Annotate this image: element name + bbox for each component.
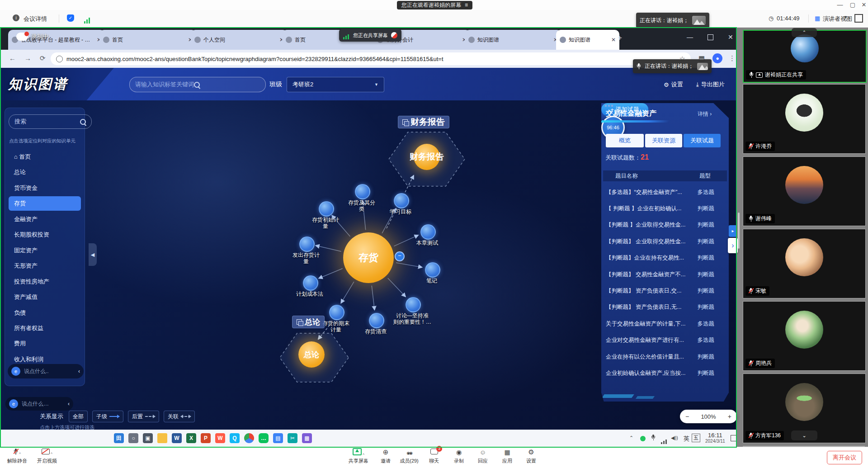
tray-clock[interactable]: 16:11 2024/3/11 bbox=[705, 432, 725, 444]
network-signal-icon[interactable] bbox=[84, 15, 91, 24]
taskbar-icon-search[interactable]: ○ bbox=[128, 433, 138, 443]
question-row[interactable]: 【多选题】“交易性金融资产”...多选题 bbox=[606, 184, 724, 200]
taskbar-icon-photos[interactable]: ▩ bbox=[302, 433, 312, 443]
browser-tab[interactable]: 知识图谱✕ bbox=[556, 30, 619, 50]
graph-node-center[interactable]: 存货 bbox=[343, 232, 394, 283]
taskbar-icon-chrome[interactable] bbox=[244, 433, 254, 443]
question-row[interactable]: 企业对交易性金融资产进行有...多选题 bbox=[606, 333, 724, 348]
panel-toggle-white[interactable]: › bbox=[728, 238, 738, 253]
taskbar-icon-files[interactable]: ▤ bbox=[273, 433, 283, 443]
sidebar-item-货币资金[interactable]: 货币资金 bbox=[14, 183, 82, 194]
sidebar-item-总论[interactable]: 总论 bbox=[14, 167, 82, 178]
settings-button[interactable]: ⚙设置 bbox=[664, 80, 683, 89]
question-row[interactable]: 【判断题】企业在持有交易性...判断题 bbox=[606, 251, 724, 266]
sidebar-item-金融资产[interactable]: 金融资产 bbox=[14, 214, 82, 225]
graph-node[interactable] bbox=[425, 262, 440, 278]
browser-tab[interactable]: 知识图谱✕ bbox=[465, 30, 561, 50]
control-设置[interactable]: ⚙设置 bbox=[517, 448, 546, 464]
chevron-left-icon[interactable]: ‹ bbox=[78, 368, 80, 374]
sidebar-item-所有者权益[interactable]: 所有者权益 bbox=[14, 323, 82, 334]
taskbar-icon-powerpoint[interactable]: P bbox=[201, 433, 211, 443]
tray-wechat-icon[interactable] bbox=[640, 436, 646, 441]
meeting-details-label[interactable]: 会议详情 bbox=[24, 15, 47, 23]
panel-tab-关联资源[interactable]: 关联资源 bbox=[645, 134, 682, 147]
relation-filter-关联[interactable]: 关联 bbox=[164, 411, 195, 422]
panel-toggle-blue[interactable]: ▸ bbox=[729, 225, 737, 237]
question-row[interactable]: 【判断题】 企业取得交易性金...判断题 bbox=[606, 234, 724, 249]
participant-tile[interactable]: 许漫乔 bbox=[743, 84, 866, 154]
sidebar-search-input[interactable]: 搜索 bbox=[9, 114, 92, 129]
tray-volume-icon[interactable]: ◀)) bbox=[671, 435, 678, 441]
class-select[interactable]: 考研班2 ▼ bbox=[287, 77, 384, 92]
question-row[interactable]: 【判断题 】企业取得交易性金...判断题 bbox=[606, 217, 724, 233]
kg-search-input[interactable]: 请输入知识标签关键词 bbox=[129, 77, 266, 92]
search-icon[interactable] bbox=[194, 82, 200, 88]
sidebar-item-固定资产[interactable]: 固定资产 bbox=[14, 245, 82, 256]
relation-filter-后置[interactable]: 后置 bbox=[128, 411, 159, 422]
search-icon[interactable] bbox=[80, 119, 86, 125]
tray-language[interactable]: 英 bbox=[684, 435, 689, 443]
url-input[interactable]: mooc2-ans.chaoxing.com/mooc2-ans/questio… bbox=[51, 52, 691, 65]
graph-node[interactable] bbox=[406, 297, 421, 312]
taskbar-icon-excel[interactable]: X bbox=[186, 433, 196, 443]
participant-tile[interactable]: 宋敏 bbox=[743, 229, 866, 298]
sidebar-item-负债[interactable]: 负债 bbox=[14, 307, 82, 318]
view-mode-selector[interactable]: 演讲者视图 bbox=[823, 15, 852, 23]
browser-tab[interactable]: 首页✕ bbox=[99, 30, 196, 50]
sidebar-item-投资性房地产[interactable]: 投资性房地产 bbox=[14, 276, 82, 287]
graph-node[interactable] bbox=[319, 201, 334, 217]
zoom-in-button[interactable]: + bbox=[728, 413, 731, 420]
minimize-button[interactable]: — bbox=[834, 0, 846, 10]
taskbar-icon-folder[interactable] bbox=[157, 433, 167, 443]
question-row[interactable]: 关于交易性金融资产的计量,下...多选题 bbox=[606, 316, 724, 331]
tray-expand-icon[interactable]: ⌃ bbox=[629, 435, 633, 441]
question-row[interactable]: 【判断题】 交易性金融资产不...判断题 bbox=[606, 267, 724, 282]
taskbar-icon-word[interactable]: W bbox=[172, 433, 182, 443]
info-icon[interactable]: i bbox=[13, 14, 19, 21]
tray-network-icon[interactable] bbox=[661, 436, 668, 444]
browser-tab[interactable]: 个人空间✕ bbox=[191, 30, 288, 50]
browser-restore-button[interactable] bbox=[708, 34, 713, 40]
tab-close-icon[interactable]: ✕ bbox=[611, 37, 616, 43]
sidebar-item-长期股权投资[interactable]: 长期股权投资 bbox=[14, 229, 82, 240]
browser-menu-icon[interactable]: ⋮ bbox=[729, 54, 736, 62]
question-row[interactable]: 企业初始确认金融资产,应当按...判断题 bbox=[606, 365, 724, 381]
graph-node[interactable] bbox=[299, 236, 315, 252]
back-icon[interactable]: ← bbox=[9, 54, 16, 62]
export-image-button[interactable]: ⤓导出图片 bbox=[696, 80, 725, 89]
graph-node-hex[interactable]: 总论 bbox=[298, 341, 325, 368]
graph-node[interactable] bbox=[329, 305, 344, 320]
taskbar-icon-windows[interactable]: 田 bbox=[114, 433, 124, 443]
reload-icon[interactable]: ⟳ bbox=[40, 54, 46, 62]
taskbar-icon-taskview[interactable]: ▣ bbox=[143, 433, 153, 443]
question-row[interactable]: 【 判断题 】企业在初始确认...判断题 bbox=[606, 201, 724, 216]
graph-node[interactable] bbox=[394, 193, 409, 208]
zoom-out-button[interactable]: − bbox=[685, 413, 689, 420]
graph-hex-badge[interactable]: 财务报告 bbox=[398, 116, 449, 128]
chevron-left-icon[interactable]: ‹ bbox=[68, 401, 70, 407]
new-tab-button[interactable]: + bbox=[618, 33, 622, 43]
chevron-down-icon[interactable]: ▼ bbox=[844, 15, 848, 19]
forward-icon[interactable]: → bbox=[24, 54, 31, 62]
sidebar-item-收入和利润[interactable]: 收入和利润 bbox=[14, 354, 82, 365]
question-row[interactable]: 【判断题】 资产负债表日,交...判断题 bbox=[606, 283, 724, 298]
taskbar-icon-snip[interactable]: ✂ bbox=[288, 433, 297, 443]
notification-icon[interactable] bbox=[731, 435, 737, 441]
sidebar-item-首页[interactable]: ⌂ 首页 bbox=[14, 151, 82, 162]
sidebar-item-资产减值[interactable]: 资产减值 bbox=[14, 292, 82, 303]
profile-avatar[interactable]: ● bbox=[712, 53, 722, 63]
question-row[interactable]: 企业在持有以公允价值计量且...判断题 bbox=[606, 349, 724, 364]
taskbar-icon-qq[interactable]: Q bbox=[230, 433, 240, 443]
chat-input-pill-2[interactable]: e 说点什么… ‹ bbox=[5, 397, 73, 411]
collapse-node-badge[interactable]: − bbox=[395, 251, 405, 261]
graph-node[interactable] bbox=[303, 275, 318, 291]
security-shield-icon[interactable]: ✓ bbox=[67, 14, 74, 22]
sidebar-item-费用[interactable]: 费用 bbox=[14, 338, 82, 349]
panel-detail-link[interactable]: 详情 › bbox=[698, 110, 712, 118]
participant-tile[interactable]: 周艳兵 bbox=[743, 301, 866, 371]
url-text[interactable]: mooc2-ans.chaoxing.com/mooc2-ans/questio… bbox=[66, 56, 676, 62]
tray-mic-icon[interactable] bbox=[651, 435, 656, 440]
panel-tab-概览[interactable]: 概览 bbox=[606, 134, 644, 147]
control-开启视频[interactable]: ˄开启视频 bbox=[33, 448, 61, 464]
chat-input-pill[interactable]: e 说点什么.. ‹ bbox=[8, 364, 84, 378]
